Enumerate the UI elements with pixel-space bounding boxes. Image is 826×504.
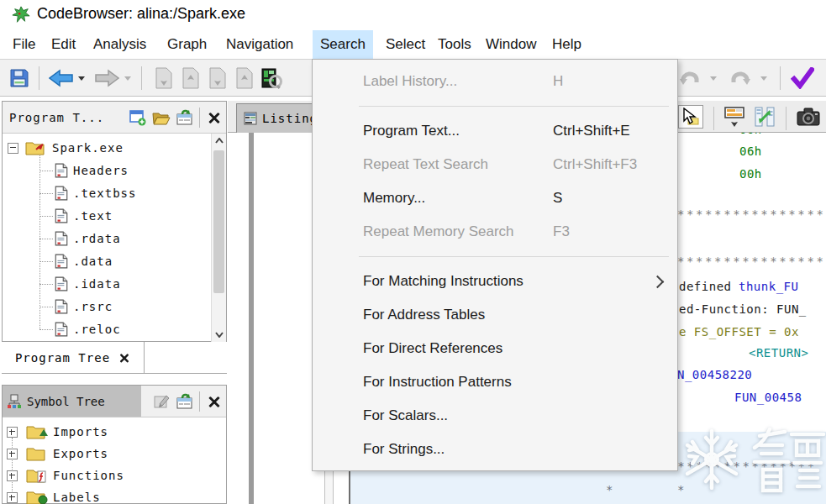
open-folder-icon[interactable] (151, 108, 171, 127)
menu-select[interactable]: Select (378, 30, 433, 59)
validate-check-icon[interactable] (790, 66, 815, 90)
tree-root-label: Spark.exe (52, 141, 124, 155)
tree-node-textbss[interactable]: .textbss (55, 182, 136, 204)
doc-arrow-up2-icon[interactable] (232, 66, 257, 90)
menu-window[interactable]: Window (478, 30, 544, 59)
tree-node-idata[interactable]: .idata (55, 273, 121, 295)
labels-folder-icon (26, 490, 48, 504)
code-line[interactable]: FUN_00458 (734, 391, 802, 404)
close-icon[interactable] (204, 108, 224, 127)
menu-edit[interactable]: Edit (44, 30, 83, 59)
expand-fields-icon[interactable] (722, 105, 747, 129)
filter-table-icon[interactable] (175, 392, 195, 411)
edit-pencil-icon[interactable] (151, 392, 171, 411)
scroll-down-icon[interactable] (212, 328, 226, 342)
tree-node-text[interactable]: .text (55, 205, 113, 227)
scroll-up-icon[interactable] (212, 134, 226, 148)
header-separator (199, 108, 200, 128)
menu-graph[interactable]: Graph (160, 30, 214, 59)
menu-item-label-history[interactable]: Label History...H (313, 65, 677, 98)
symbol-node-functions[interactable]: Functions (7, 465, 124, 486)
tree-root-row[interactable]: Spark.exe (8, 137, 124, 159)
menu-separator (359, 256, 669, 257)
watermark-char-kan (755, 429, 788, 491)
symbol-tree-title: Symbol Tree (27, 395, 105, 408)
code-line[interactable]: thunk_FU (739, 280, 798, 293)
memory-snapshot-icon[interactable] (259, 66, 284, 90)
undo-dropdown-icon[interactable] (710, 76, 717, 81)
filter-table-icon[interactable] (175, 108, 195, 127)
expand-icon[interactable] (7, 492, 18, 503)
redo-dropdown-icon[interactable] (760, 76, 767, 81)
undo-icon[interactable] (677, 66, 702, 90)
diff-view-icon[interactable] (752, 105, 777, 129)
symbol-tree-header[interactable]: Symbol Tree (3, 386, 226, 417)
menu-item-repeat-memory-search[interactable]: Repeat Memory SearchF3 (313, 215, 677, 249)
save-tree-icon[interactable] (128, 108, 148, 127)
back-icon[interactable] (49, 66, 74, 90)
close-icon[interactable] (204, 392, 224, 411)
tab-program-tree[interactable]: Program Tree (2, 342, 145, 373)
menu-item-for-matching-instructions[interactable]: For Matching Instructions (313, 265, 677, 298)
redo-icon[interactable] (728, 66, 753, 90)
expand-icon[interactable] (7, 449, 18, 459)
menu-tools[interactable]: Tools (430, 30, 479, 59)
menu-item-for-instruction-patterns[interactable]: For Instruction Patterns (313, 365, 677, 399)
save-icon[interactable] (7, 66, 32, 90)
menu-file[interactable]: File (5, 30, 43, 59)
symbol-tree-titleblock[interactable]: Symbol Tree (3, 386, 141, 417)
menu-help[interactable]: Help (545, 30, 589, 59)
comment-border-line[interactable]: **************** (677, 207, 825, 221)
section-icon (55, 254, 68, 269)
code-line[interactable]: N_00458220 (677, 368, 752, 381)
symbol-node-imports[interactable]: Imports (7, 421, 108, 443)
code-line[interactable]: ed-Function: FUN_ (679, 302, 807, 316)
close-tab-icon[interactable] (119, 353, 129, 362)
menu-item-for-direct-references[interactable]: For Direct References (313, 332, 677, 365)
forward-icon[interactable] (94, 66, 119, 90)
menu-bar: File Edit Analysis Graph Navigation Sear… (0, 30, 826, 59)
tree-node-headers[interactable]: Headers (55, 160, 129, 181)
doc-arrow-down-icon[interactable] (151, 66, 176, 90)
menu-item-memory[interactable]: Memory...S (313, 181, 677, 215)
expand-icon[interactable] (7, 427, 18, 438)
program-tree: Spark.exe Headers .textbss .text .rdata … (3, 134, 226, 342)
menu-search[interactable]: Search (313, 30, 373, 59)
menu-item-repeat-text-search[interactable]: Repeat Text SearchCtrl+Shift+F3 (313, 148, 677, 181)
menu-item-for-address-tables[interactable]: For Address Tables (313, 298, 677, 332)
symbol-node-labels[interactable]: Labels (7, 486, 101, 504)
code-line[interactable]: e FS_OFFSET = 0x (679, 325, 799, 339)
menu-item-program-text[interactable]: Program Text...Ctrl+Shift+E (313, 114, 677, 148)
vertical-scrollbar[interactable] (211, 134, 226, 342)
doc-arrow-down2-icon[interactable] (205, 66, 230, 90)
comment-border-line[interactable]: * (606, 483, 615, 496)
collapse-expander-icon[interactable] (8, 143, 18, 154)
menu-analysis[interactable]: Analysis (86, 30, 154, 59)
menu-item-for-scalars[interactable]: For Scalars... (313, 399, 677, 433)
tree-node-rdata[interactable]: .rdata (55, 228, 121, 249)
cursor-select-icon[interactable] (678, 105, 703, 129)
tree-node-data[interactable]: .data (55, 250, 113, 272)
imports-folder-icon (26, 424, 48, 439)
program-tree-tab-label: Program Tree (15, 351, 110, 365)
code-line[interactable]: 00h (739, 167, 762, 181)
comment-border-line[interactable]: **************** (677, 255, 825, 268)
snowflake-icon (687, 431, 736, 488)
doc-arrow-up-icon[interactable] (178, 66, 203, 90)
functions-folder-icon (26, 468, 48, 483)
snapshot-camera-icon[interactable] (796, 105, 821, 129)
program-tree-header[interactable]: Program T... (3, 102, 226, 134)
expand-icon[interactable] (7, 470, 18, 481)
back-dropdown-icon[interactable] (78, 76, 85, 81)
scroll-thumb[interactable] (213, 150, 224, 293)
tree-node-rsrc[interactable]: .rsrc (55, 296, 113, 318)
code-line[interactable]: <RETURN> (749, 346, 808, 360)
panel-divider[interactable] (249, 133, 254, 504)
menu-item-for-strings[interactable]: For Strings... (313, 433, 677, 466)
code-line[interactable]: defined (679, 280, 739, 293)
menu-navigation[interactable]: Navigation (218, 30, 301, 59)
forward-dropdown-icon[interactable] (124, 76, 131, 81)
code-line[interactable]: 06h (739, 144, 762, 158)
symbol-node-exports[interactable]: Exports (7, 443, 108, 465)
tree-node-reloc[interactable]: .reloc (55, 318, 121, 340)
